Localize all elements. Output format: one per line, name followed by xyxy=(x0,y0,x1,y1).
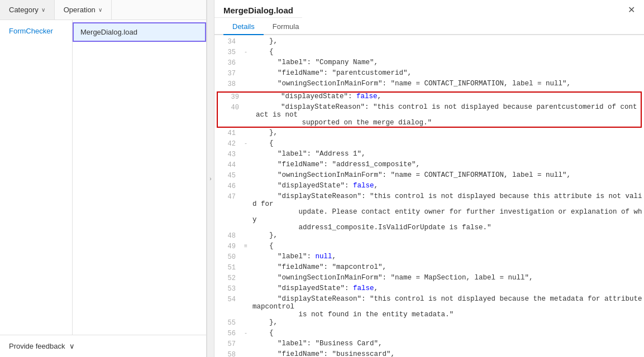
code-line: 45 "owningSectionInMainForm": "name = CO… xyxy=(214,171,644,182)
line-number: 42 xyxy=(214,139,241,148)
fold-icon xyxy=(241,253,250,254)
tabs-bar: Details Formula xyxy=(214,18,644,35)
fold-icon xyxy=(241,129,250,130)
fold-icon[interactable]: ≡ xyxy=(241,242,250,249)
line-number: 55 xyxy=(214,319,241,327)
code-line: 47 "displayStateReason": "this control i… xyxy=(214,192,644,231)
line-content: "label": "Business Card", xyxy=(250,340,644,348)
line-content: }, xyxy=(250,231,644,239)
line-content: "label": null, xyxy=(250,253,644,260)
operation-item-mergedialogload[interactable]: MergeDialog.load xyxy=(73,22,206,42)
line-number: 50 xyxy=(214,253,241,261)
fold-icon xyxy=(245,103,254,104)
operation-chevron: ∨ xyxy=(98,7,102,13)
line-number: 45 xyxy=(214,171,241,180)
fold-icon xyxy=(241,284,250,286)
code-line: 48 }, xyxy=(214,231,644,242)
code-line: 39 "displayedState": false, xyxy=(218,93,641,103)
line-number: 46 xyxy=(214,182,241,190)
line-number: 38 xyxy=(214,80,241,88)
code-line: 44 "fieldName": "address1_composite", xyxy=(214,161,644,171)
line-number: 53 xyxy=(214,284,241,293)
fold-icon xyxy=(241,263,250,264)
line-content: "displayStateReason": "this control is n… xyxy=(250,192,644,231)
code-line: 52 "owningSectionInMainForm": "name = Ma… xyxy=(214,274,644,284)
line-number: 56 xyxy=(214,329,241,337)
line-content: "fieldName": "address1_composite", xyxy=(250,161,644,168)
line-content: "fieldName": "mapcontrol", xyxy=(250,263,644,271)
fold-icon xyxy=(241,274,250,275)
highlighted-group: 39 "displayedState": false,40 "displaySt… xyxy=(217,91,642,128)
line-number: 40 xyxy=(218,103,245,112)
line-number: 36 xyxy=(214,59,241,67)
fold-icon[interactable]: - xyxy=(241,139,250,147)
line-content: }, xyxy=(250,129,644,137)
code-line: 40 "displayStateReason": "this control i… xyxy=(218,103,641,127)
right-panel: MergeDialog.load ✕ Details Formula 34 },… xyxy=(214,0,644,357)
line-content: "label": "Address 1", xyxy=(250,150,644,158)
tab-formula[interactable]: Formula xyxy=(264,18,308,35)
code-line: 43 "label": "Address 1", xyxy=(214,150,644,161)
line-number: 58 xyxy=(214,350,241,357)
code-line: 35- { xyxy=(214,48,644,59)
expand-arrow-icon: › xyxy=(209,176,211,182)
fold-icon[interactable]: - xyxy=(241,329,250,336)
fold-icon xyxy=(241,295,250,296)
code-line: 55 }, xyxy=(214,319,644,329)
feedback-chevron: ∨ xyxy=(69,342,75,350)
line-content: "fieldName": "businesscard", xyxy=(250,350,644,357)
line-number: 49 xyxy=(214,242,241,250)
fold-icon xyxy=(241,319,250,320)
line-content: "displayedState": false, xyxy=(254,93,641,100)
line-number: 44 xyxy=(214,161,241,169)
line-content: "label": "Company Name", xyxy=(250,59,644,66)
operation-dropdown[interactable]: Operation ∨ xyxy=(55,0,112,20)
code-viewer[interactable]: 34 },35- {36 "label": "Company Name",37 … xyxy=(214,35,644,357)
line-content: }, xyxy=(250,37,644,45)
code-line: 36 "label": "Company Name", xyxy=(214,59,644,69)
provide-feedback-button[interactable]: Provide feedback ∨ xyxy=(0,335,206,357)
tab-details[interactable]: Details xyxy=(223,18,264,35)
line-number: 57 xyxy=(214,340,241,348)
line-content: "owningSectionInMainForm": "name = CONTA… xyxy=(250,80,644,88)
close-button[interactable]: ✕ xyxy=(623,2,640,17)
line-content: "owningSectionInMainForm": "name = MapSe… xyxy=(250,274,644,282)
fold-icon xyxy=(241,182,250,183)
line-number: 47 xyxy=(214,192,241,201)
line-number: 52 xyxy=(214,274,241,282)
fold-icon xyxy=(241,150,250,151)
code-line: 34 }, xyxy=(214,37,644,48)
code-line: 51 "fieldName": "mapcontrol", xyxy=(214,263,644,274)
fold-icon[interactable]: - xyxy=(241,48,250,55)
line-number: 51 xyxy=(214,263,241,272)
fold-icon xyxy=(241,192,250,194)
code-line: 42- { xyxy=(214,139,644,150)
left-footer: Provide feedback ∨ xyxy=(0,335,206,357)
line-content: "displayedState": false, xyxy=(250,284,644,292)
line-number: 35 xyxy=(214,48,241,56)
fold-icon xyxy=(241,231,250,233)
code-line: 54 "displayStateReason": "this control i… xyxy=(214,295,644,319)
panel-expand[interactable]: › xyxy=(207,0,214,357)
line-content: { xyxy=(250,329,644,337)
line-content: { xyxy=(250,48,644,56)
line-content: "owningSectionInMainForm": "name = CONTA… xyxy=(250,171,644,179)
fold-icon xyxy=(245,93,254,94)
panel-title: MergeDialog.load xyxy=(214,0,302,18)
line-content: "displayStateReason": "this control is n… xyxy=(254,103,641,127)
category-item-formchecker[interactable]: FormChecker xyxy=(0,22,72,40)
fold-icon xyxy=(241,161,250,162)
title-row: MergeDialog.load ✕ xyxy=(214,0,644,18)
category-dropdown[interactable]: Category ∨ xyxy=(0,0,55,20)
line-content: { xyxy=(250,242,644,250)
line-content: "displayStateReason": "this control is n… xyxy=(250,295,644,319)
code-line: 53 "displayedState": false, xyxy=(214,284,644,295)
fold-icon xyxy=(241,59,250,60)
fold-icon xyxy=(241,37,250,38)
code-line: 38 "owningSectionInMainForm": "name = CO… xyxy=(214,80,644,90)
fold-icon xyxy=(241,69,250,70)
line-number: 37 xyxy=(214,69,241,78)
line-content: "displayedState": false, xyxy=(250,182,644,190)
operation-column: MergeDialog.load xyxy=(73,20,206,335)
left-panel: Category ∨ Operation ∨ FormChecker Merge… xyxy=(0,0,207,357)
